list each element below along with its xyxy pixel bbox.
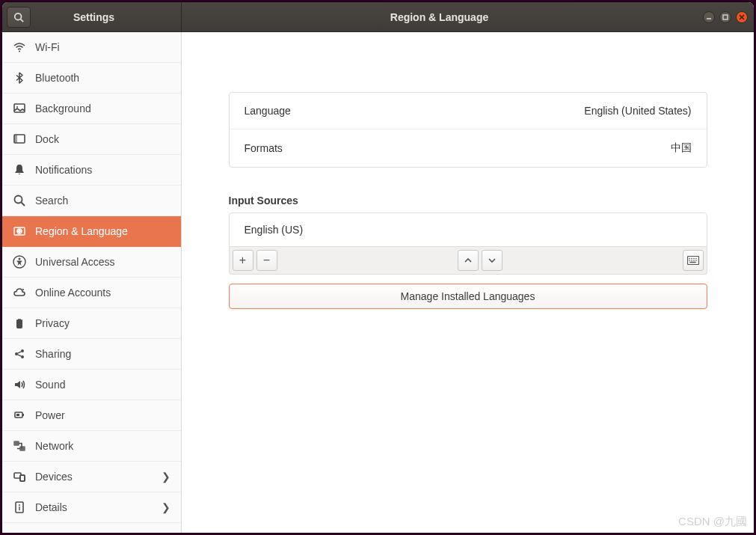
body: Wi-FiBluetoothBackgroundDockNotification…	[2, 32, 754, 533]
svg-point-0	[15, 13, 22, 19]
sidebar-item-label: Region & Language	[35, 225, 170, 237]
sidebar-item-label: Sharing	[35, 348, 170, 360]
minimize-button[interactable]	[703, 11, 715, 23]
svg-point-18	[22, 289, 24, 290]
sidebar-item-wi-fi[interactable]: Wi-Fi	[2, 32, 181, 63]
minus-icon: −	[263, 254, 270, 266]
chevron-right-icon: ❯	[162, 471, 170, 483]
sidebar-item-label: Background	[35, 103, 170, 114]
cloud-icon	[13, 286, 26, 299]
sidebar-item-sound[interactable]: Sound	[2, 370, 181, 400]
search-icon	[13, 194, 26, 207]
app-title: Settings	[31, 11, 181, 23]
svg-line-1	[21, 19, 24, 22]
maximize-button[interactable]	[719, 11, 731, 23]
input-sources-list: English (US)	[229, 213, 707, 247]
sidebar-item-online-accounts[interactable]: Online Accounts	[2, 278, 181, 308]
svg-line-23	[18, 355, 22, 356]
language-value: English (United States)	[584, 105, 691, 117]
remove-input-source-button[interactable]: −	[256, 250, 277, 271]
dock-icon	[13, 132, 26, 146]
plus-icon: +	[239, 254, 246, 266]
sidebar-item-label: Online Accounts	[35, 287, 170, 299]
window-controls	[697, 2, 754, 31]
language-formats-box: Language English (United States) Formats…	[229, 92, 707, 168]
sidebar: Wi-FiBluetoothBackgroundDockNotification…	[2, 32, 182, 533]
sidebar-item-devices[interactable]: Devices❯	[2, 462, 181, 492]
keyboard-layout-button[interactable]	[683, 250, 704, 271]
svg-line-12	[22, 203, 25, 207]
close-button[interactable]	[736, 11, 748, 23]
sidebar-item-label: Search	[35, 195, 170, 207]
network-icon	[13, 439, 26, 453]
chevron-down-icon	[488, 257, 496, 264]
minimize-icon	[706, 14, 712, 20]
svg-line-22	[18, 352, 22, 353]
search-icon	[13, 12, 24, 22]
language-label: Language	[245, 105, 585, 117]
sidebar-item-label: Privacy	[35, 317, 170, 329]
sidebar-item-label: Network	[35, 440, 170, 452]
svg-rect-27	[14, 441, 19, 445]
devices-icon	[13, 470, 26, 483]
close-icon	[739, 14, 745, 20]
sidebar-item-universal-access[interactable]: Universal Access	[2, 247, 181, 278]
sidebar-item-label: Sound	[35, 379, 170, 391]
svg-rect-30	[20, 475, 25, 481]
svg-rect-25	[22, 414, 24, 416]
svg-rect-26	[16, 414, 19, 416]
accessibility-icon	[13, 255, 26, 269]
sidebar-item-label: Bluetooth	[35, 72, 170, 84]
formats-label: Formats	[245, 142, 671, 154]
sidebar-item-label: Notifications	[35, 164, 170, 176]
sidebar-item-bluetooth[interactable]: Bluetooth	[2, 63, 181, 94]
speaker-icon	[13, 378, 26, 391]
page-title: Region & Language	[182, 2, 697, 31]
svg-rect-7	[14, 104, 25, 112]
move-down-button[interactable]	[482, 250, 503, 271]
sidebar-item-label: Details	[35, 501, 153, 513]
bell-icon	[13, 163, 26, 177]
sidebar-item-notifications[interactable]: Notifications	[2, 155, 181, 186]
input-sources-heading: Input Sources	[229, 195, 707, 207]
svg-point-11	[15, 196, 22, 204]
sidebar-item-label: Devices	[35, 471, 153, 483]
sidebar-item-power[interactable]: Power	[2, 400, 181, 431]
sidebar-item-details[interactable]: Details❯	[2, 492, 181, 523]
move-up-button[interactable]	[458, 250, 479, 271]
input-source-row[interactable]: English (US)	[230, 213, 707, 246]
language-row[interactable]: Language English (United States)	[230, 93, 707, 129]
svg-point-6	[19, 51, 20, 52]
share-icon	[13, 347, 26, 361]
manage-installed-languages-button[interactable]: Manage Installed Languages	[229, 284, 707, 309]
hand-icon	[13, 317, 26, 330]
sidebar-item-label: Wi-Fi	[35, 41, 170, 53]
globe-icon	[13, 224, 26, 238]
sidebar-item-sharing[interactable]: Sharing	[2, 339, 181, 370]
svg-rect-3	[723, 15, 728, 19]
sidebar-item-privacy[interactable]: Privacy	[2, 308, 181, 339]
add-input-source-button[interactable]: +	[233, 250, 253, 271]
details-icon	[13, 501, 26, 514]
sidebar-item-background[interactable]: Background	[2, 94, 181, 124]
svg-point-33	[19, 504, 20, 506]
sidebar-item-region-language[interactable]: Region & Language	[2, 216, 181, 247]
svg-point-17	[19, 258, 21, 260]
sidebar-item-dock[interactable]: Dock	[2, 124, 181, 155]
sidebar-item-network[interactable]: Network	[2, 431, 181, 462]
formats-row[interactable]: Formats 中国	[230, 129, 707, 167]
search-button[interactable]	[7, 7, 31, 28]
settings-window: Settings Region & Language Wi-FiBluetoot…	[2, 2, 754, 533]
bluetooth-icon	[13, 71, 26, 85]
sidebar-item-label: Universal Access	[35, 256, 170, 268]
background-icon	[13, 102, 26, 115]
input-sources-toolbar: + −	[229, 247, 707, 275]
sidebar-item-label: Power	[35, 409, 170, 421]
sidebar-item-search[interactable]: Search	[2, 186, 181, 216]
content-area: Language English (United States) Formats…	[182, 32, 754, 533]
svg-rect-34	[19, 507, 19, 510]
power-icon	[13, 409, 26, 422]
titlebar: Settings Region & Language	[2, 2, 754, 32]
keyboard-icon	[687, 256, 699, 265]
sidebar-item-label: Dock	[35, 133, 170, 145]
